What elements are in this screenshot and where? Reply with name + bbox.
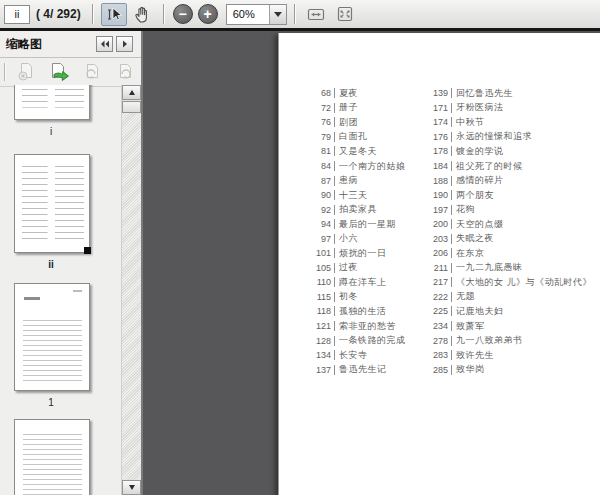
rotate-left-button[interactable] bbox=[79, 60, 105, 84]
zoom-level-select[interactable]: 60% bbox=[226, 4, 287, 25]
toc-title: 中秋节 bbox=[452, 116, 485, 129]
select-cursor-icon bbox=[105, 5, 123, 23]
toc-title: 花狗 bbox=[452, 203, 475, 216]
toc-entry: 94 最后的一星期 bbox=[309, 217, 426, 232]
view-region-handle[interactable] bbox=[84, 247, 91, 254]
thumbnail-content bbox=[73, 290, 82, 292]
toc-page-number: 72 bbox=[309, 103, 335, 113]
fit-page-icon bbox=[335, 5, 355, 23]
scroll-down-button[interactable] bbox=[122, 480, 141, 495]
toc-entry: 222 无题 bbox=[426, 290, 592, 305]
zoom-out-button[interactable]: − bbox=[173, 4, 193, 24]
toc-title: 一个南方的姑娘 bbox=[335, 160, 406, 173]
toc-page-number: 101 bbox=[309, 248, 335, 258]
toc-page-number: 222 bbox=[426, 292, 452, 302]
expand-panel-button[interactable] bbox=[116, 36, 133, 52]
toc-page-number: 90 bbox=[309, 190, 335, 200]
toc-page-number: 200 bbox=[426, 219, 452, 229]
toc-page-number: 68 bbox=[309, 88, 335, 98]
toc-page-number: 115 bbox=[309, 292, 335, 302]
toc-entry: 81 又是冬天 bbox=[309, 144, 426, 159]
toc-entry: 76 剧团 bbox=[309, 115, 426, 130]
toc-page-number: 121 bbox=[309, 321, 335, 331]
toc-title: 永远的憧憬和追求 bbox=[452, 130, 532, 143]
hand-tool-button[interactable] bbox=[130, 3, 156, 26]
fit-width-button[interactable] bbox=[303, 3, 329, 26]
toc-entry: 285 致华岗 bbox=[426, 362, 592, 377]
zoom-in-button[interactable]: + bbox=[198, 4, 218, 24]
toc-title: 册子 bbox=[335, 101, 358, 114]
toc-title: 回忆鲁迅先生 bbox=[452, 87, 513, 100]
fit-page-button[interactable] bbox=[332, 3, 358, 26]
toc-entry: 278 九一八致弟弟书 bbox=[426, 333, 592, 348]
toc-entry: 283 致许先生 bbox=[426, 348, 592, 363]
thumbnail-page-1[interactable] bbox=[14, 283, 90, 391]
toc-page-number: 178 bbox=[426, 146, 452, 156]
thumbnail-label: i bbox=[14, 124, 88, 139]
toc-entry: 190 两个朋友 bbox=[426, 188, 592, 203]
toc-title: 十三天 bbox=[335, 189, 368, 202]
toc-entry: 206 在东京 bbox=[426, 246, 592, 261]
zoom-dropdown-button[interactable] bbox=[269, 5, 286, 24]
triangle-up-icon bbox=[129, 90, 135, 95]
thumbnail-page-2[interactable] bbox=[14, 419, 90, 495]
toolbar-separator bbox=[4, 63, 6, 81]
toolbar-separator bbox=[163, 4, 165, 24]
rotate-right-button[interactable] bbox=[112, 60, 138, 84]
double-chevron-left-icon bbox=[100, 40, 110, 48]
thumbnail-label-current: ii bbox=[14, 257, 88, 272]
collapse-panel-button[interactable] bbox=[96, 36, 113, 52]
thumbnail-page-ii-current[interactable] bbox=[14, 154, 90, 253]
thumbnail-page-i[interactable] bbox=[14, 85, 90, 120]
toc-entry: 92 拍卖家具 bbox=[309, 202, 426, 217]
toc-page-number: 105 bbox=[309, 263, 335, 273]
thumbnail-panel: 缩略图 bbox=[0, 31, 143, 495]
toolbar-separator bbox=[92, 4, 94, 24]
chevron-down-icon bbox=[274, 12, 282, 17]
toc-entry: 171 牙粉医病法 bbox=[426, 101, 592, 116]
toc-page-number: 184 bbox=[426, 161, 452, 171]
toc-title: 致许先生 bbox=[452, 349, 494, 362]
toc-entry: 115 初冬 bbox=[309, 290, 426, 305]
scrollbar-thumb[interactable] bbox=[122, 101, 141, 113]
select-tool-button[interactable] bbox=[101, 3, 127, 26]
toc-page-number: 211 bbox=[426, 263, 452, 273]
toc-title: 又是冬天 bbox=[335, 145, 377, 158]
toc-page-number: 134 bbox=[309, 350, 335, 360]
toc-entry: 101 烦扰的一日 bbox=[309, 246, 426, 261]
page-count-label: ( 4/ 292) bbox=[36, 7, 81, 21]
extract-page-button[interactable] bbox=[46, 60, 72, 84]
toc-page-number: 79 bbox=[309, 132, 335, 142]
toc-title: 在东京 bbox=[452, 247, 485, 260]
toc-entry: 234 致萧军 bbox=[426, 319, 592, 334]
thumbnail-scrollbar bbox=[121, 85, 141, 495]
toc-title: 长安寺 bbox=[335, 349, 368, 362]
toc-page-number: 137 bbox=[309, 365, 335, 375]
toc-entry: 197 花狗 bbox=[426, 202, 592, 217]
minus-icon: − bbox=[179, 6, 187, 22]
toc-title: 九一八致弟弟书 bbox=[452, 334, 523, 347]
thumbnail-content bbox=[23, 320, 82, 381]
toc-entry: 174 中秋节 bbox=[426, 115, 592, 130]
toc-title: 无题 bbox=[452, 290, 475, 303]
toc-title: 患病 bbox=[335, 174, 358, 187]
scrollbar-track[interactable] bbox=[122, 113, 141, 480]
page-number-input[interactable] bbox=[4, 5, 30, 24]
toc-page-number: 197 bbox=[426, 205, 452, 215]
toc-title: 失眠之夜 bbox=[452, 232, 494, 245]
delete-page-icon bbox=[16, 62, 36, 82]
toc-page-number: 118 bbox=[309, 306, 335, 316]
toc-entry: 184 祖父死了的时候 bbox=[426, 159, 592, 174]
toc-page-number: 92 bbox=[309, 205, 335, 215]
chevron-right-icon bbox=[122, 40, 128, 48]
zoom-level-value: 60% bbox=[227, 5, 269, 24]
rotate-right-icon bbox=[115, 62, 135, 82]
toc-entry: 90 十三天 bbox=[309, 188, 426, 203]
toc-title: 记鹿地夫妇 bbox=[452, 305, 504, 318]
delete-page-button[interactable] bbox=[13, 60, 39, 84]
scroll-up-button[interactable] bbox=[122, 85, 141, 100]
panel-title: 缩略图 bbox=[6, 36, 42, 53]
toc-title: 孤独的生活 bbox=[335, 305, 387, 318]
toc-page-number: 217 bbox=[426, 277, 452, 287]
main-toolbar: ( 4/ 292) − + 60% bbox=[0, 0, 600, 28]
